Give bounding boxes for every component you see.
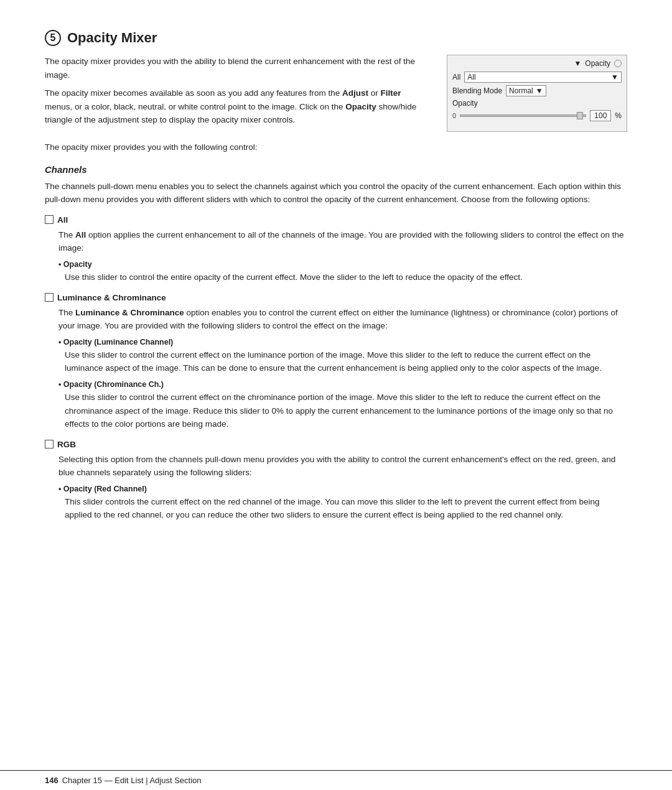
all-dropdown[interactable]: All ▼ bbox=[464, 72, 622, 83]
rgb-bullet-1-title: Opacity (Red Channel) bbox=[58, 485, 627, 493]
lum-chrom-bullet-1-title: Opacity (Luminance Channel) bbox=[58, 338, 627, 346]
footer-chapter: Chapter 15 — Edit List | Adjust Section bbox=[62, 776, 202, 785]
all-label: All bbox=[452, 73, 460, 81]
lum-chrom-heading-label: Luminance & Chrominance bbox=[57, 293, 166, 302]
opacity-slider-track[interactable] bbox=[460, 114, 586, 117]
rgb-bullet-1-desc: This slider controls the current effect … bbox=[65, 495, 627, 522]
all-subsection: All The All option applies the current e… bbox=[45, 215, 627, 284]
rgb-subsection: RGB Selecting this option from the chann… bbox=[45, 440, 627, 522]
lum-chrom-checkbox-icon bbox=[45, 293, 54, 302]
rgb-description: Selecting this option from the channels … bbox=[58, 453, 627, 480]
channels-heading: Channels bbox=[45, 164, 627, 175]
blending-mode-value: Normal bbox=[509, 86, 533, 95]
blending-mode-arrow: ▼ bbox=[536, 86, 543, 95]
opacity-slider-row: 0 100 % bbox=[452, 110, 622, 121]
lum-chrom-bullet-2-desc: Use this slider to control the current e… bbox=[65, 391, 627, 431]
intro-section: The opacity mixer provides you with the … bbox=[45, 55, 627, 132]
ui-panel-all-row: All All ▼ bbox=[452, 72, 622, 83]
rgb-bullet-1: Opacity (Red Channel) This slider contro… bbox=[58, 485, 627, 522]
channels-section: Channels The channels pull-down menu ena… bbox=[45, 164, 627, 523]
intro-paragraph-1: The opacity mixer provides you with the … bbox=[45, 55, 428, 81]
opacity-circle bbox=[614, 60, 622, 67]
section-title: 5 Opacity Mixer bbox=[45, 30, 627, 46]
lum-chrom-bullet-2-title: Opacity (Chrominance Ch.) bbox=[58, 380, 627, 389]
all-bullet-title: Opacity bbox=[58, 260, 627, 269]
ui-panel-header: ▼ Opacity bbox=[452, 59, 622, 68]
opacity-row: Opacity 0 100 % bbox=[452, 99, 622, 121]
lum-chrom-bullet-1: Opacity (Luminance Channel) Use this sli… bbox=[58, 338, 627, 375]
opacity-slider-thumb[interactable] bbox=[577, 112, 583, 119]
page-footer: 146 Chapter 15 — Edit List | Adjust Sect… bbox=[0, 770, 672, 790]
blending-mode-label: Blending Mode bbox=[452, 86, 502, 95]
footer-page-number: 146 bbox=[45, 776, 58, 785]
opacity-header-label: Opacity bbox=[585, 59, 610, 68]
all-heading-label: All bbox=[57, 215, 68, 225]
section-title-text: Opacity Mixer bbox=[67, 30, 157, 46]
lum-chrom-description: The Luminance & Chrominance option enabl… bbox=[58, 306, 627, 333]
all-dropdown-arrow: ▼ bbox=[611, 73, 618, 81]
lum-chrom-bullet-2: Opacity (Chrominance Ch.) Use this slide… bbox=[58, 380, 627, 431]
all-dropdown-value: All bbox=[467, 73, 475, 81]
opacity-triangle: ▼ bbox=[574, 59, 581, 68]
percent-label: % bbox=[615, 111, 622, 120]
rgb-heading: RGB bbox=[45, 440, 627, 449]
section-number: 5 bbox=[45, 30, 61, 46]
rgb-checkbox-icon bbox=[45, 440, 54, 448]
all-description: The All option applies the current enhan… bbox=[58, 228, 627, 255]
opacity-value-box[interactable]: 100 bbox=[590, 110, 611, 121]
rgb-heading-label: RGB bbox=[57, 440, 76, 449]
intro-paragraph-2: The opacity mixer becomes available as s… bbox=[45, 86, 428, 127]
slider-min-label: 0 bbox=[452, 112, 456, 119]
lum-chrom-heading: Luminance & Chrominance bbox=[45, 293, 627, 302]
all-heading: All bbox=[45, 215, 627, 225]
all-bullet-desc: Use this slider to control the entire op… bbox=[65, 271, 627, 284]
all-bullet-opacity: Opacity Use this slider to control the e… bbox=[58, 260, 627, 284]
lum-chrom-bullet-1-desc: Use this slider to control the current e… bbox=[65, 348, 627, 375]
all-checkbox-icon bbox=[45, 215, 54, 224]
intro-text: The opacity mixer provides you with the … bbox=[45, 55, 428, 132]
blending-mode-row: Blending Mode Normal ▼ bbox=[452, 85, 622, 96]
lum-chrom-subsection: Luminance & Chrominance The Luminance & … bbox=[45, 293, 627, 431]
ui-panel: ▼ Opacity All All ▼ Blending Mode Normal… bbox=[447, 55, 627, 132]
opacity-label: Opacity bbox=[452, 99, 622, 108]
channels-description: The channels pull-down menu enables you … bbox=[45, 180, 627, 207]
page-content: 5 Opacity Mixer The opacity mixer provid… bbox=[0, 0, 672, 568]
blending-mode-dropdown[interactable]: Normal ▼ bbox=[506, 85, 546, 96]
intro-below: The opacity mixer provides you with the … bbox=[45, 141, 627, 154]
